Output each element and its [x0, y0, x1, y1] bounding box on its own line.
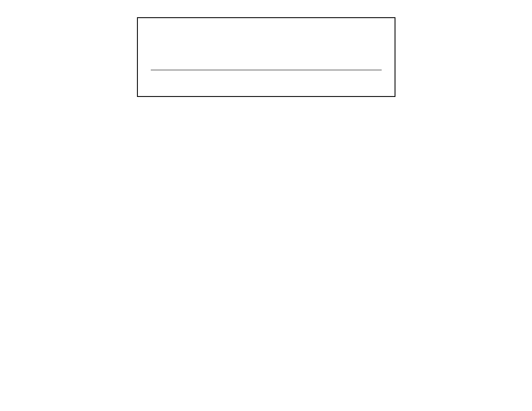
page-frame [137, 17, 395, 97]
footer-rule [151, 70, 382, 70]
